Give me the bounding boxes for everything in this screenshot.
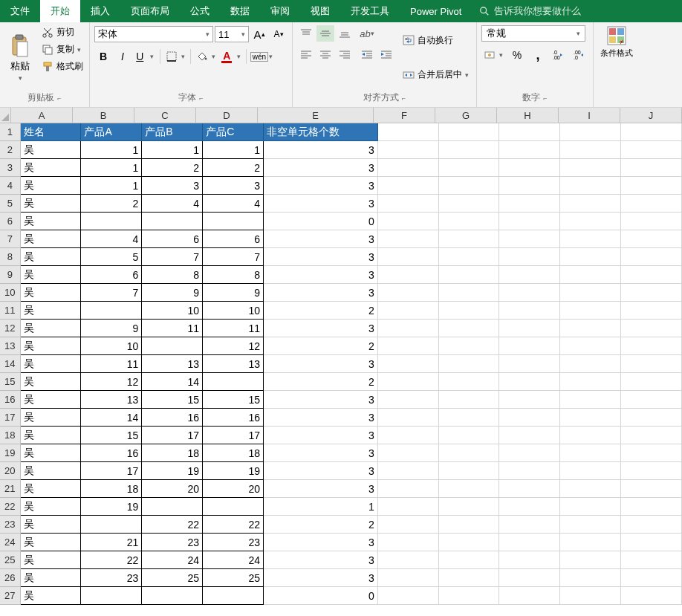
cell[interactable]: [378, 355, 439, 373]
cell[interactable]: [621, 355, 682, 373]
cell[interactable]: 3: [264, 534, 378, 551]
cell[interactable]: [439, 123, 500, 141]
tab-home[interactable]: 开始: [40, 0, 80, 22]
cut-button[interactable]: 剪切: [40, 25, 85, 39]
increase-decimal-button[interactable]: .0.00: [550, 46, 568, 64]
cell[interactable]: 11: [142, 320, 203, 337]
cell[interactable]: 19: [203, 462, 264, 480]
cell[interactable]: 17: [203, 427, 264, 444]
cell[interactable]: 8: [203, 266, 264, 284]
cell[interactable]: [621, 123, 682, 141]
cell[interactable]: 吴: [21, 141, 82, 159]
row-header[interactable]: 5: [0, 195, 21, 213]
cell[interactable]: 7: [142, 248, 203, 266]
cell[interactable]: 20: [142, 480, 203, 498]
cell[interactable]: [621, 177, 682, 195]
cell[interactable]: 3: [264, 320, 378, 337]
italic-button[interactable]: I: [114, 48, 131, 65]
cell[interactable]: [439, 409, 500, 427]
cell[interactable]: [621, 409, 682, 427]
cell[interactable]: [378, 480, 439, 498]
row-header[interactable]: 2: [0, 141, 21, 159]
cell[interactable]: 4: [81, 230, 142, 248]
cell[interactable]: 13: [142, 355, 203, 373]
col-header-J[interactable]: J: [620, 108, 682, 123]
font-name-select[interactable]: 宋体▾: [94, 26, 213, 42]
cell[interactable]: [499, 266, 560, 284]
cell[interactable]: 15: [81, 427, 142, 444]
cell[interactable]: [560, 195, 621, 213]
row-header[interactable]: 6: [0, 213, 21, 230]
cell[interactable]: 10: [81, 337, 142, 355]
row-header[interactable]: 7: [0, 230, 21, 248]
cell[interactable]: [499, 284, 560, 302]
cell[interactable]: 1: [81, 141, 142, 159]
cell[interactable]: 吴: [21, 320, 82, 337]
cell[interactable]: [378, 177, 439, 195]
cell[interactable]: 产品B: [142, 123, 203, 141]
cell[interactable]: 13: [81, 391, 142, 409]
cell[interactable]: [81, 587, 142, 605]
cell[interactable]: 24: [203, 551, 264, 569]
cell[interactable]: 2: [142, 159, 203, 177]
cell[interactable]: 24: [142, 551, 203, 569]
cell[interactable]: [499, 302, 560, 320]
cell[interactable]: [560, 551, 621, 569]
row-header[interactable]: 22: [0, 498, 21, 516]
cell[interactable]: [621, 462, 682, 480]
cell[interactable]: [439, 159, 500, 177]
cell[interactable]: [439, 337, 500, 355]
cell[interactable]: 0: [264, 213, 378, 230]
cell[interactable]: [378, 444, 439, 462]
cell[interactable]: [439, 551, 500, 569]
col-header-C[interactable]: C: [134, 108, 196, 123]
cell[interactable]: [439, 444, 500, 462]
row-header[interactable]: 1: [0, 123, 21, 141]
row-header[interactable]: 13: [0, 337, 21, 355]
cell[interactable]: [560, 516, 621, 534]
cell[interactable]: 3: [264, 355, 378, 373]
tab-insert[interactable]: 插入: [80, 0, 120, 22]
cell[interactable]: [621, 159, 682, 177]
cell[interactable]: 3: [264, 391, 378, 409]
cell[interactable]: [378, 302, 439, 320]
copy-button[interactable]: 复制 ▾: [40, 42, 85, 56]
cell[interactable]: 3: [264, 480, 378, 498]
cell[interactable]: [621, 534, 682, 551]
cell[interactable]: 6: [142, 230, 203, 248]
cell[interactable]: [439, 480, 500, 498]
cell[interactable]: 吴: [21, 516, 82, 534]
cell[interactable]: [499, 195, 560, 213]
row-header[interactable]: 16: [0, 391, 21, 409]
cell[interactable]: 吴: [21, 230, 82, 248]
dialog-launcher-icon[interactable]: ⌐: [402, 94, 406, 102]
cell[interactable]: [499, 444, 560, 462]
cell[interactable]: 19: [81, 498, 142, 516]
dialog-launcher-icon[interactable]: ⌐: [57, 94, 61, 102]
cell[interactable]: 3: [264, 230, 378, 248]
cell[interactable]: [560, 141, 621, 159]
cell[interactable]: 25: [142, 569, 203, 587]
cell[interactable]: [378, 248, 439, 266]
cell[interactable]: [499, 391, 560, 409]
row-header[interactable]: 19: [0, 444, 21, 462]
cell[interactable]: 12: [203, 337, 264, 355]
cell[interactable]: [560, 123, 621, 141]
cell[interactable]: [499, 320, 560, 337]
cell[interactable]: 23: [203, 534, 264, 551]
cell[interactable]: [378, 373, 439, 391]
cell[interactable]: [621, 551, 682, 569]
decrease-font-button[interactable]: A▾: [270, 25, 288, 43]
col-header-B[interactable]: B: [73, 108, 134, 123]
cell[interactable]: 3: [264, 284, 378, 302]
cell[interactable]: 吴: [21, 391, 82, 409]
percent-button[interactable]: %: [508, 46, 526, 64]
cell[interactable]: 3: [264, 551, 378, 569]
cell[interactable]: [499, 551, 560, 569]
phonetic-button[interactable]: wén▾: [250, 48, 273, 65]
orientation-button[interactable]: ab▾: [358, 25, 376, 42]
cell[interactable]: 18: [81, 480, 142, 498]
cell[interactable]: 13: [203, 355, 264, 373]
cell[interactable]: 3: [264, 427, 378, 444]
cell[interactable]: [439, 141, 500, 159]
